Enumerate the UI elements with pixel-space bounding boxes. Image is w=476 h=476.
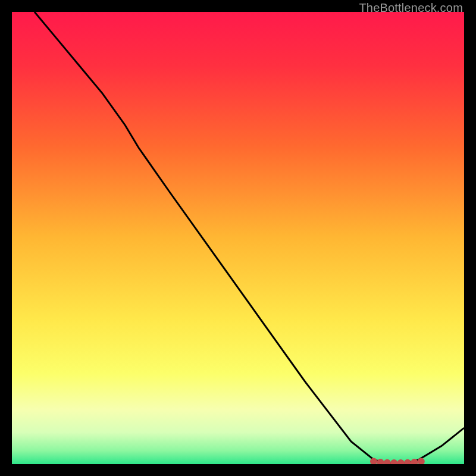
- chart-svg: [12, 12, 464, 464]
- gradient-background: [12, 12, 464, 464]
- chart-frame: [12, 12, 464, 464]
